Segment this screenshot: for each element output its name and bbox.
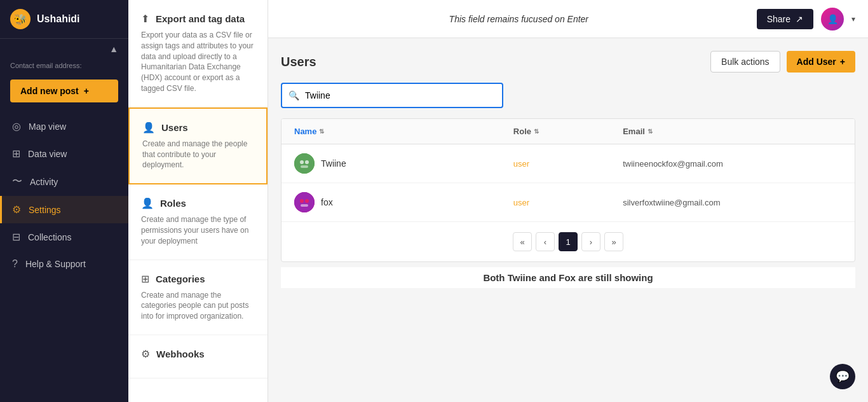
user-email-twiine: twiineenockfox@gmail.com [623,159,723,169]
users-menu-icon: 👤 [142,121,155,134]
add-post-button[interactable]: Add new post + [10,80,118,102]
user-email-cell: silverfoxtwiine@gmail.com [623,197,842,208]
sidebar-item-label: Collections [28,232,71,242]
sidebar-item-collections[interactable]: ⊟ Collections [0,223,128,251]
webhooks-title: Webhooks [156,349,205,359]
user-role-fox: user [513,198,529,207]
name-sort-icon: ⇅ [319,128,324,135]
svg-point-2 [305,160,309,164]
middle-item-categories[interactable]: ⊞ Categories Create and manage the categ… [128,260,268,335]
user-name-twiine: Twiine [321,158,346,169]
pagination-prev[interactable]: ‹ [536,232,555,251]
map-icon: ◎ [12,120,21,132]
users-title: Users [281,55,316,69]
svg-point-0 [294,153,315,174]
user-role-cell: user [513,197,623,208]
middle-item-users[interactable]: 👤 Users Create and manage the people tha… [128,107,268,184]
data-icon: ⊞ [12,148,20,160]
middle-item-webhooks[interactable]: ⚙ Webhooks [128,335,268,378]
middle-item-export[interactable]: ⬆ Export and tag data Export your data a… [128,0,268,107]
svg-rect-7 [301,204,308,207]
svg-point-4 [294,192,315,212]
users-header: Users Bulk actions Add User + [281,51,855,73]
svg-point-6 [305,199,309,203]
sidebar-item-label: Data view [28,149,67,159]
export-icon: ⬆ [141,13,149,25]
search-input[interactable] [281,83,503,108]
activity-icon: 〜 [12,175,22,188]
annotation-caption: Both Twiine and Fox are still showing [281,267,855,288]
svg-rect-3 [301,165,308,168]
sidebar-item-help-support[interactable]: ? Help & Support [0,251,128,277]
share-label: Share [767,14,790,24]
search-icon: 🔍 [288,90,299,100]
categories-icon: ⊞ [141,273,149,285]
user-name-cell: Twiine [294,153,513,174]
user-email-fox: silverfoxtwiine@gmail.com [623,198,720,207]
col-header-role[interactable]: Role ⇅ [513,127,623,136]
role-sort-icon: ⇅ [534,128,539,135]
add-user-label: Add User [797,57,836,67]
user-name-fox: fox [321,197,333,207]
chevron-down-icon[interactable]: ▾ [851,15,855,24]
users-actions: Bulk actions Add User + [710,51,855,73]
add-user-button[interactable]: Add User + [787,51,855,73]
pagination-next[interactable]: › [581,232,600,251]
pagination-current[interactable]: 1 [559,232,578,251]
pagination-last[interactable]: » [604,232,623,251]
sidebar-item-label: Help & Support [25,259,86,269]
export-desc: Export your data as a CSV file or assign… [141,30,255,94]
main-content: This field remains fucused on Enter Shar… [268,0,868,402]
col-header-name[interactable]: Name ⇅ [294,127,513,136]
bulk-actions-button[interactable]: Bulk actions [710,51,780,73]
sidebar-nav: ◎ Map view ⊞ Data view 〜 Activity ⚙ Sett… [0,107,128,402]
col-header-email[interactable]: Email ⇅ [623,127,842,136]
users-menu-title: Users [161,122,188,133]
sidebar-item-label: Settings [29,205,61,215]
middle-item-roles[interactable]: 👤 Roles Create and manage the type of pe… [128,184,268,260]
svg-point-5 [300,199,304,203]
middle-item-roles-header: 👤 Roles [141,197,255,209]
sidebar-logo: 🐝 Ushahidi [0,0,128,39]
sidebar-item-label: Activity [30,177,58,187]
email-sort-icon: ⇅ [648,128,653,135]
top-bar-right: Share ↗ 👤 ▾ [757,8,855,31]
avatar-twiine [294,153,315,174]
focused-field-notice: This field remains fucused on Enter [449,14,588,24]
add-user-icon: + [840,57,845,67]
middle-panel: ⬆ Export and tag data Export your data a… [128,0,268,402]
sidebar-item-data-view[interactable]: ⊞ Data view [0,140,128,167]
user-email-cell: twiineenockfox@gmail.com [623,158,842,169]
pagination: « ‹ 1 › » [281,222,855,261]
user-avatar[interactable]: 👤 [821,8,844,31]
collections-icon: ⊟ [12,231,20,243]
pagination-first[interactable]: « [513,232,532,251]
export-title: Export and tag data [156,13,245,24]
app-logo-icon: 🐝 [10,9,31,29]
sidebar-item-label: Map view [29,121,66,132]
user-role-cell: user [513,158,623,169]
roles-icon: 👤 [141,197,154,209]
table-header: Name ⇅ Role ⇅ Email ⇅ [281,119,855,144]
users-table: Name ⇅ Role ⇅ Email ⇅ [281,118,855,262]
users-menu-desc: Create and manage the people that contri… [142,139,254,170]
middle-item-categories-header: ⊞ Categories [141,273,255,285]
middle-item-webhooks-header: ⚙ Webhooks [141,348,255,360]
roles-desc: Create and manage the type of permission… [141,214,255,246]
middle-item-export-header: ⬆ Export and tag data [141,13,255,25]
sidebar-item-settings[interactable]: ⚙ Settings [0,196,128,223]
avatar-fox [294,192,315,212]
chat-bubble[interactable]: 💬 [830,364,855,389]
share-button[interactable]: Share ↗ [757,9,813,29]
categories-title: Categories [156,274,205,284]
user-role-twiine: user [513,159,529,169]
svg-point-1 [300,160,304,164]
sidebar-item-map-view[interactable]: ◎ Map view [0,113,128,140]
search-box: 🔍 [281,83,855,108]
sidebar: 🐝 Ushahidi ▲ Contact email address: Add … [0,0,128,402]
app-name: Ushahidi [37,13,80,25]
sidebar-item-activity[interactable]: 〜 Activity [0,167,128,196]
add-post-label: Add new post [20,86,79,96]
collapse-button[interactable]: ▲ [109,44,118,54]
middle-item-users-header: 👤 Users [142,121,254,134]
